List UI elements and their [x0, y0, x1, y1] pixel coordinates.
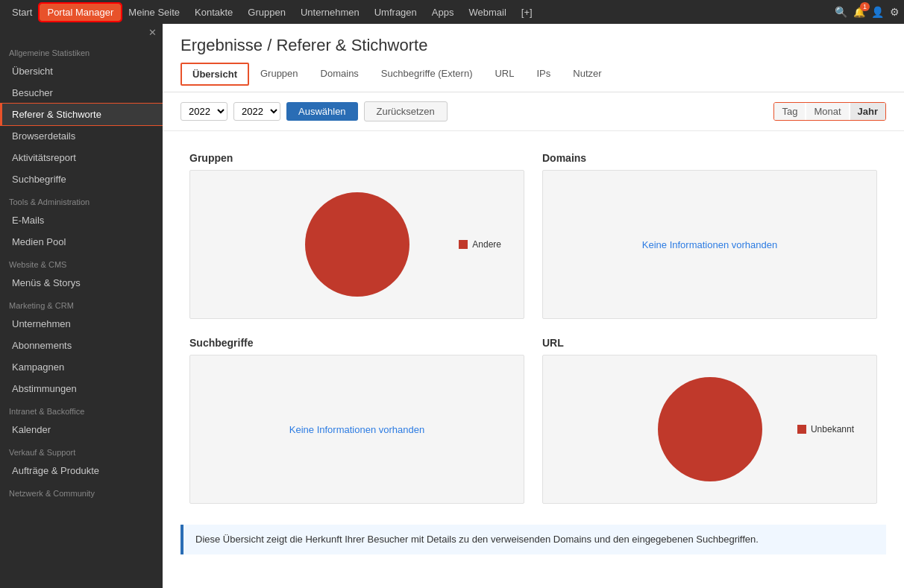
notification-count: 1 [860, 2, 870, 11]
sidebar-item-suchbegriffe[interactable]: Suchbegriffe [0, 168, 163, 190]
nav-right-icons: 🔍 🔔 1 👤 ⚙ [835, 6, 900, 18]
gruppen-legend-color [459, 240, 468, 249]
top-navigation: Start Portal Manager Meine Seite Kontakt… [0, 0, 904, 24]
sidebar: ✕ Allgemeine Statistiken Übersicht Besuc… [0, 24, 163, 588]
sidebar-section-marketing: Marketing & CRM [0, 294, 163, 313]
gruppen-legend: Andere [459, 239, 501, 250]
tab-suchbegriffe-extern[interactable]: Suchbegriffe (Extern) [370, 63, 484, 86]
sidebar-section-netzwerk: Netzwerk & Community [0, 481, 163, 501]
url-legend: Unbekannt [797, 424, 854, 434]
search-icon[interactable]: 🔍 [835, 6, 847, 18]
year-select-2[interactable]: 2022 2021 2020 [233, 102, 280, 121]
nav-unternehmen[interactable]: Unternehmen [293, 4, 367, 21]
chart-url-box: Unbekannt [542, 355, 877, 504]
sidebar-item-emails[interactable]: E-Mails [0, 209, 163, 231]
sidebar-item-marketing-unternehmen[interactable]: Unternehmen [0, 313, 163, 335]
nav-start[interactable]: Start [4, 4, 40, 21]
nav-apps[interactable]: Apps [424, 4, 462, 21]
nav-portal-manager[interactable]: Portal Manager [40, 4, 121, 21]
tabs-bar: Übersicht Gruppen Domains Suchbegriffe (… [181, 63, 886, 86]
nav-plus[interactable]: [+] [514, 4, 540, 21]
chart-gruppen-box: Andere [189, 170, 524, 319]
sidebar-section-statistiken: Allgemeine Statistiken [0, 41, 163, 60]
nav-umfragen[interactable]: Umfragen [367, 4, 424, 21]
time-filter-group: Tag Monat Jahr [773, 102, 886, 121]
sidebar-section-website: Website & CMS [0, 253, 163, 272]
gruppen-legend-andere: Andere [459, 239, 501, 250]
sidebar-item-kampagnen[interactable]: Kampagnen [0, 356, 163, 378]
chart-domains-section: Domains Keine Informationen vorhanden [533, 143, 886, 328]
sidebar-item-abonnements[interactable]: Abonnements [0, 335, 163, 356]
main-layout: ✕ Allgemeine Statistiken Übersicht Besuc… [0, 24, 904, 588]
sidebar-item-ubersicht[interactable]: Übersicht [0, 60, 163, 82]
domains-no-info: Keine Informationen vorhanden [642, 239, 777, 250]
nav-gruppen[interactable]: Gruppen [240, 4, 293, 21]
tab-url[interactable]: URL [483, 63, 525, 86]
time-btn-tag[interactable]: Tag [774, 103, 805, 120]
nav-webmail[interactable]: Webmail [461, 4, 513, 21]
chart-url-section: URL Unbekannt [533, 328, 886, 513]
settings-icon[interactable]: ⚙ [890, 6, 900, 18]
nav-kontakte[interactable]: Kontakte [187, 4, 240, 21]
chart-url-title: URL [542, 337, 877, 349]
time-btn-monat[interactable]: Monat [806, 103, 848, 120]
chart-gruppen-section: Gruppen Andere [181, 143, 533, 328]
sidebar-section-verkauf: Verkauf & Support [0, 440, 163, 460]
charts-grid: Gruppen Andere [163, 131, 904, 525]
sidebar-section-tools: Tools & Administration [0, 190, 163, 209]
chart-domains-title: Domains [542, 152, 877, 164]
sidebar-item-medienpool[interactable]: Medien Pool [0, 231, 163, 253]
sidebar-item-auftrage[interactable]: Aufträge & Produkte [0, 460, 163, 481]
main-content: Ergebnisse / Referer & Stichworte Übersi… [163, 24, 904, 588]
chart-suchbegriffe-section: Suchbegriffe Keine Informationen vorhand… [181, 328, 533, 513]
sidebar-item-kalender[interactable]: Kalender [0, 419, 163, 440]
page-header: Ergebnisse / Referer & Stichworte Übersi… [163, 24, 904, 92]
select-button[interactable]: Auswählen [286, 102, 358, 121]
tab-nutzer[interactable]: Nutzer [562, 63, 612, 86]
tab-ips[interactable]: IPs [525, 63, 562, 86]
chart-suchbegriffe-title: Suchbegriffe [189, 337, 524, 349]
url-legend-label: Unbekannt [811, 424, 854, 434]
gruppen-pie-chart [301, 189, 413, 300]
url-legend-unbekannt: Unbekannt [797, 424, 854, 434]
user-icon[interactable]: 👤 [871, 6, 884, 18]
chart-domains-box: Keine Informationen vorhanden [542, 170, 877, 319]
tab-domains[interactable]: Domains [310, 63, 370, 86]
url-legend-color [797, 425, 806, 434]
svg-point-1 [658, 377, 762, 481]
reset-button[interactable]: Zurücksetzen [364, 101, 448, 121]
year-select-1[interactable]: 2022 2021 2020 [181, 102, 227, 121]
info-bar: Diese Übersicht zeigt die Herkunft Ihrer… [181, 525, 886, 554]
sidebar-item-referer[interactable]: Referer & Stichworte [0, 104, 163, 125]
suchbegriffe-no-info: Keine Informationen vorhanden [289, 424, 424, 435]
chart-suchbegriffe-box: Keine Informationen vorhanden [189, 355, 524, 504]
chart-gruppen-title: Gruppen [189, 152, 524, 164]
info-text: Diese Übersicht zeigt die Herkunft Ihrer… [195, 534, 759, 545]
tab-gruppen[interactable]: Gruppen [249, 63, 310, 86]
page-title: Ergebnisse / Referer & Stichworte [181, 36, 886, 55]
sidebar-item-browserdetails[interactable]: Browserdetails [0, 125, 163, 147]
sidebar-section-intranet: Intranet & Backoffice [0, 399, 163, 419]
sidebar-item-aktivitatsreport[interactable]: Aktivitätsreport [0, 147, 163, 168]
sidebar-item-menus-storys[interactable]: Menüs & Storys [0, 272, 163, 294]
gruppen-legend-label: Andere [472, 239, 501, 250]
filter-bar: 2022 2021 2020 2022 2021 2020 Auswählen … [163, 92, 904, 131]
nav-meine-seite[interactable]: Meine Seite [121, 4, 187, 21]
sidebar-item-besucher[interactable]: Besucher [0, 82, 163, 104]
notification-bell[interactable]: 🔔 1 [853, 7, 865, 18]
sidebar-close-button[interactable]: ✕ [0, 24, 163, 41]
url-pie-chart [654, 373, 766, 485]
time-btn-jahr[interactable]: Jahr [850, 103, 885, 120]
sidebar-item-abstimmungen[interactable]: Abstimmungen [0, 378, 163, 399]
tab-ubersicht[interactable]: Übersicht [181, 63, 249, 86]
svg-point-0 [305, 192, 409, 297]
